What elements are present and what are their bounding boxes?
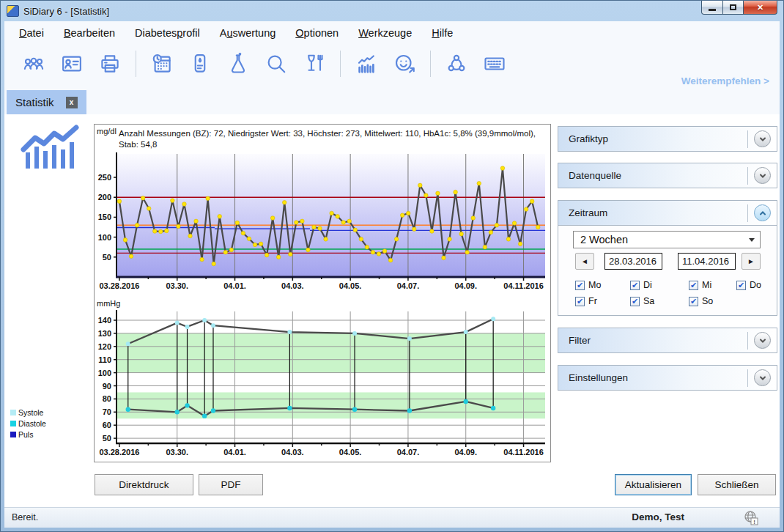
section-grafiktyp[interactable]: Grafiktyp: [558, 126, 777, 152]
menu-item-datei[interactable]: Datei: [19, 27, 44, 39]
chevron-down-icon[interactable]: [754, 369, 771, 386]
app-icon: [7, 5, 19, 17]
svg-text:04.07.: 04.07.: [397, 448, 420, 457]
menubar: DateiBearbeitenDiabetesprofilAuswertungO…: [4, 21, 780, 45]
toolbar: [4, 45, 780, 83]
svg-text:03.28.2016: 03.28.2016: [99, 448, 139, 457]
keyboard-icon[interactable]: [484, 53, 506, 75]
section-label: Grafiktyp: [569, 133, 747, 144]
search-icon[interactable]: [265, 53, 287, 75]
date-to-input[interactable]: [678, 253, 736, 270]
menu-item-werkzeuge[interactable]: Werkzeuge: [358, 27, 412, 39]
chart-stats-text: Anzahl Messungen (BZ): 72, Niedrigster W…: [119, 128, 547, 150]
section-zeitraum[interactable]: Zeitraum: [558, 200, 777, 226]
svg-text:04.09.: 04.09.: [454, 281, 477, 290]
printer-icon[interactable]: [99, 53, 121, 75]
legend-label: Puls: [18, 430, 33, 439]
svg-text:130: 130: [98, 329, 111, 338]
minimize-button[interactable]: [701, 1, 723, 15]
next-period-button[interactable]: ►: [742, 253, 761, 270]
section-datenquelle[interactable]: Datenquelle: [558, 163, 777, 188]
weekday-checkbox-mi[interactable]: ✔Mi: [689, 280, 711, 290]
legend-label: Systole: [18, 408, 43, 417]
checkbox-check-icon: ✔: [575, 297, 585, 306]
svg-text:50: 50: [103, 434, 111, 443]
checkbox-check-icon: ✔: [575, 281, 585, 290]
aktualisieren-button[interactable]: Aktualisieren: [615, 474, 692, 495]
share-icon[interactable]: [445, 53, 467, 75]
chevron-down-icon[interactable]: [754, 332, 771, 349]
window-title: SiDiary 6 - [Statistik]: [23, 6, 109, 17]
users-icon[interactable]: [23, 53, 45, 75]
svg-text:04.11.2016: 04.11.2016: [503, 448, 543, 457]
menu-item-bearbeiten[interactable]: Bearbeiten: [64, 27, 115, 39]
chevron-down-icon[interactable]: [754, 167, 771, 184]
nutrition-icon[interactable]: [303, 53, 325, 75]
statistics-icon[interactable]: [355, 53, 377, 75]
svg-text:04.05.: 04.05.: [339, 448, 362, 457]
close-icon: ✕: [757, 3, 763, 12]
tab-close-icon[interactable]: x: [66, 97, 78, 108]
menu-item-diabetesprofil[interactable]: Diabetesprofil: [135, 27, 200, 39]
contact-card-icon[interactable]: [61, 53, 83, 75]
bp-legend: SystoleDiastolePuls: [10, 407, 46, 440]
range-value: 2 Wochen: [580, 234, 628, 245]
checkbox-label: Do: [750, 280, 761, 290]
svg-text:04.09.: 04.09.: [454, 448, 477, 457]
recommend-link[interactable]: Weiterempfehlen >: [681, 75, 769, 86]
svg-text:60: 60: [103, 421, 111, 429]
checkbox-label: Sa: [643, 296, 654, 306]
checkbox-check-icon: ✔: [630, 281, 640, 290]
pdf-button[interactable]: PDF: [199, 474, 263, 495]
checkbox-check-icon: ✔: [689, 281, 698, 290]
tab-label: Statistik: [15, 96, 54, 108]
weekday-checkbox-so[interactable]: ✔So: [689, 296, 713, 306]
glucose-unit-label: mg/dl: [97, 127, 117, 136]
calendar-clock-icon[interactable]: [151, 53, 173, 75]
glucose-chart: 5010015020025003.28.201603.30.04.01.04.0…: [96, 152, 549, 296]
bp-chart: 506070809010011012013014003.28.201603.30…: [96, 308, 549, 462]
tab-statistik[interactable]: Statistik x: [7, 90, 86, 114]
menu-item-optionen[interactable]: Optionen: [295, 27, 339, 39]
schliessen-button[interactable]: Schließen: [698, 474, 776, 495]
weekday-checkbox-do[interactable]: ✔Do: [736, 280, 761, 290]
menu-item-hilfe[interactable]: Hilfe: [432, 27, 453, 39]
combo-arrow-icon: [749, 238, 755, 242]
section-einstellungen[interactable]: Einstellungen: [558, 365, 777, 391]
section-filter[interactable]: Filter: [558, 328, 777, 353]
maximize-icon: [730, 4, 736, 10]
prev-period-button[interactable]: ◄: [575, 253, 594, 270]
statistics-big-icon: [18, 125, 82, 171]
smiley-export-icon[interactable]: [393, 53, 415, 75]
date-from-input[interactable]: [604, 253, 662, 270]
checkbox-check-icon: ✔: [630, 297, 640, 306]
direktdruck-button[interactable]: Direktdruck: [95, 474, 193, 495]
menu-item-auswertung[interactable]: Auswertung: [220, 27, 276, 39]
weekday-checkbox-sa[interactable]: ✔Sa: [630, 296, 654, 306]
weekday-checkbox-di[interactable]: ✔Di: [630, 280, 652, 290]
svg-text:04.11.2016: 04.11.2016: [503, 281, 543, 290]
lab-flask-icon[interactable]: [227, 53, 249, 75]
legend-swatch: [10, 421, 16, 426]
section-label: Zeitraum: [569, 207, 747, 218]
weekday-checkbox-mo[interactable]: ✔Mo: [575, 280, 601, 290]
legend-label: Diastole: [18, 419, 46, 428]
checkbox-check-icon: ✔: [689, 297, 698, 306]
zeitraum-range-select[interactable]: 2 Wochen: [573, 231, 761, 248]
svg-text:90: 90: [103, 382, 111, 391]
checkbox-label: Fr: [588, 296, 597, 306]
svg-text:70: 70: [103, 407, 111, 416]
glucose-meter-icon[interactable]: [189, 53, 211, 75]
maximize-button[interactable]: [723, 1, 744, 15]
close-button[interactable]: ✕: [744, 1, 777, 15]
chevron-up-icon[interactable]: [754, 204, 771, 221]
svg-text:140: 140: [98, 316, 111, 325]
legend-item: Systole: [10, 407, 46, 418]
chevron-down-icon[interactable]: [754, 130, 771, 147]
status-text: Bereit.: [12, 512, 38, 522]
weekday-checkbox-fr[interactable]: ✔Fr: [575, 296, 597, 306]
app-window: SiDiary 6 - [Statistik] ✕ DateiBearbeite…: [0, 0, 784, 532]
svg-text:100: 100: [98, 233, 111, 242]
client-area: DateiBearbeitenDiabetesprofilAuswertungO…: [4, 21, 780, 528]
titlebar: SiDiary 6 - [Statistik] ✕: [1, 1, 783, 21]
